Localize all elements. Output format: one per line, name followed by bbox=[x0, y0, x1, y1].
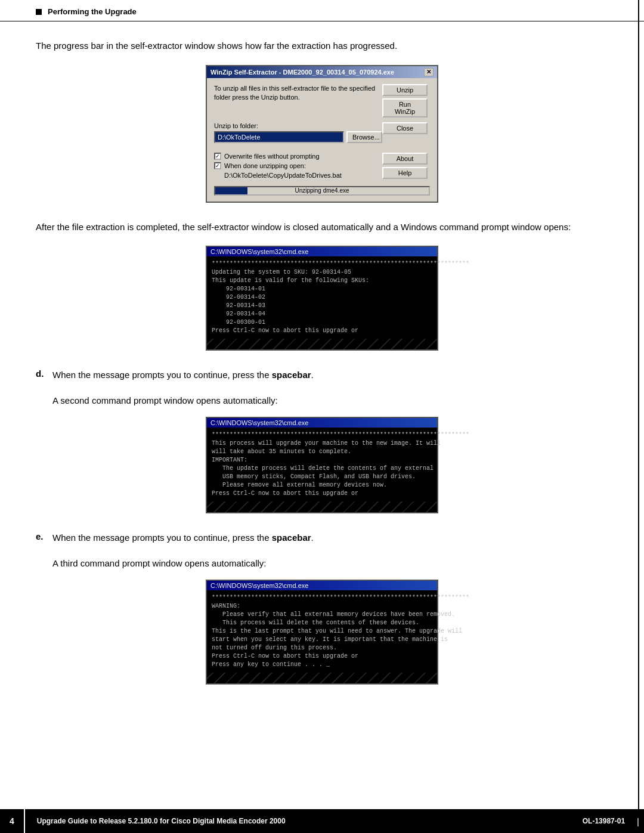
page-header: Performing the Upgrade bbox=[0, 0, 644, 21]
about-button[interactable]: About bbox=[382, 153, 428, 165]
step-d-bold: spacebar bbox=[272, 370, 311, 380]
winzip-input-row: D:\OkToDelete Browse... bbox=[214, 131, 382, 143]
cmd2-line-10: Press Ctrl-C now to abort this upgrade o… bbox=[212, 490, 432, 498]
cmd2-torn-bottom bbox=[207, 501, 437, 512]
winzip-folder-right: Close bbox=[382, 122, 430, 148]
winzip-folder-left: Unzip to folder: D:\OkToDelete Browse... bbox=[214, 122, 382, 148]
winzip-about-help: About Help bbox=[382, 153, 430, 181]
cmd1-line-5: 92-00314-03 bbox=[212, 302, 432, 310]
right-border-line bbox=[638, 0, 639, 809]
cmd-window-1: C:\WINDOWS\system32\cmd.exe ************… bbox=[206, 246, 438, 351]
unzip-to-label: Unzip to folder: bbox=[214, 122, 382, 129]
cmd2-line-0: ****************************************… bbox=[212, 431, 432, 439]
winzip-dialog-screenshot: WinZip Self-Extractor - DME2000_92_00314… bbox=[206, 65, 438, 203]
cmd2-line-5: The update process will delete the conte… bbox=[212, 465, 432, 473]
cmd3-body: ****************************************… bbox=[207, 590, 437, 673]
step-d-text: When the message prompts you to continue… bbox=[52, 368, 608, 382]
cmd1-line-6: 92-00314-04 bbox=[212, 310, 432, 318]
winzip-titlebar: WinZip Self-Extractor - DME2000_92_00314… bbox=[207, 66, 437, 78]
cmd1-line-7: 92-00300-01 bbox=[212, 318, 432, 327]
page-footer: 4 Upgrade Guide to Release 5.2.180.0 for… bbox=[0, 809, 644, 833]
header-title: Performing the Upgrade bbox=[48, 7, 137, 16]
open-after-checkbox-row: ✓ When done unzipping open: bbox=[214, 162, 382, 169]
cmd3-line-2: Please verify that all external memory d… bbox=[212, 611, 432, 619]
winzip-description: To unzip all files in this self-extracto… bbox=[214, 84, 382, 103]
cmd3-torn-bottom bbox=[207, 673, 437, 683]
cmd-window-3: C:\WINDOWS\system32\cmd.exe ************… bbox=[206, 580, 438, 685]
cmd2-line-2: will take about 35 minutes to complete. bbox=[212, 448, 432, 456]
winzip-checkboxes: ✓ Overwrite files without prompting ✓ Wh… bbox=[214, 153, 382, 181]
overwrite-checkbox[interactable]: ✓ bbox=[214, 153, 221, 160]
winzip-top-row: To unzip all files in this self-extracto… bbox=[214, 84, 430, 117]
step-e-text-before: When the message prompts you to continue… bbox=[52, 532, 270, 543]
winzip-progress-text: Unzipping dme4.exe bbox=[215, 187, 429, 194]
cmd3-line-5: This is the last prompt that you will ne… bbox=[212, 627, 432, 636]
step-e-row: e. When the message prompts you to conti… bbox=[36, 531, 608, 545]
winzip-folder-input[interactable]: D:\OkToDelete bbox=[214, 131, 344, 143]
overwrite-label: Overwrite files without prompting bbox=[224, 153, 320, 160]
cmd1-torn-bottom bbox=[207, 339, 437, 349]
cmd3-line-1: WARNING: bbox=[212, 602, 432, 611]
cmd2-line-1: This process will upgrade your machine t… bbox=[212, 439, 432, 448]
winzip-left-panel: To unzip all files in this self-extracto… bbox=[214, 84, 382, 117]
winzip-body: To unzip all files in this self-extracto… bbox=[207, 78, 437, 202]
step-e-bold: spacebar bbox=[272, 532, 311, 543]
step-e-subtext: A third command prompt window opens auto… bbox=[52, 557, 608, 571]
cmd1-line-9: Press Ctrl-C now to abort this upgrade o… bbox=[212, 327, 432, 335]
step-d-label: d. bbox=[36, 368, 48, 379]
overwrite-checkbox-row: ✓ Overwrite files without prompting bbox=[214, 153, 382, 160]
cmd2-line-6: USB memory sticks, Compact Flash, and US… bbox=[212, 473, 432, 481]
cmd1-line-3: 92-00314-01 bbox=[212, 285, 432, 293]
footer-page-number: 4 bbox=[0, 809, 25, 833]
header-bullet bbox=[36, 9, 42, 15]
cmd3-line-3: This process will delete the contents of… bbox=[212, 619, 432, 627]
intro-paragraph: The progress bar in the self-extractor w… bbox=[36, 39, 608, 53]
winzip-title-text: WinZip Self-Extractor - DME2000_92_00314… bbox=[210, 69, 394, 76]
cmd3-line-0: ****************************************… bbox=[212, 594, 432, 602]
cmd2-titlebar: C:\WINDOWS\system32\cmd.exe bbox=[207, 418, 437, 428]
cmd-window-2: C:\WINDOWS\system32\cmd.exe ************… bbox=[206, 417, 438, 513]
winzip-right-panel: Unzip Run WinZip bbox=[382, 84, 430, 117]
footer-separator: | bbox=[637, 816, 639, 826]
after-extraction-text: After the file extraction is completed, … bbox=[36, 221, 608, 234]
open-after-checkbox[interactable]: ✓ bbox=[214, 162, 221, 169]
unzip-button[interactable]: Unzip bbox=[382, 84, 428, 96]
cmd1-line-1: Updating the system to SKU: 92-00314-05 bbox=[212, 268, 432, 277]
cmd1-line-0: ****************************************… bbox=[212, 260, 432, 268]
cmd1-line-4: 92-00314-02 bbox=[212, 293, 432, 302]
step-e-period: . bbox=[311, 532, 314, 543]
cmd2-line-8: Please remove all external memory device… bbox=[212, 481, 432, 490]
winzip-checkbox-row1: ✓ Overwrite files without prompting ✓ Wh… bbox=[214, 153, 430, 181]
cmd1-titlebar: C:\WINDOWS\system32\cmd.exe bbox=[207, 247, 437, 256]
footer-title: Upgrade Guide to Release 5.2.180.0 for C… bbox=[37, 817, 583, 825]
cmd1-body: ****************************************… bbox=[207, 256, 437, 339]
help-button[interactable]: Help bbox=[382, 167, 428, 179]
run-winzip-button[interactable]: Run WinZip bbox=[382, 98, 428, 117]
step-e-text: When the message prompts you to continue… bbox=[52, 531, 608, 545]
winzip-close-icon: ✕ bbox=[424, 68, 434, 76]
step-d-subtext: A second command prompt window opens aut… bbox=[52, 394, 608, 408]
step-d-row: d. When the message prompts you to conti… bbox=[36, 368, 608, 382]
cmd3-line-10: Press any key to continue . . . _ bbox=[212, 661, 432, 669]
cmd1-line-2: This update is valid for the following S… bbox=[212, 277, 432, 285]
step-d-period: . bbox=[311, 370, 314, 380]
close-button[interactable]: Close bbox=[382, 122, 428, 134]
cmd2-body: ****************************************… bbox=[207, 428, 437, 501]
step-d-text-before: When the message prompts you to continue… bbox=[52, 370, 270, 380]
open-after-label: When done unzipping open: bbox=[224, 162, 306, 169]
winzip-folder-row: Unzip to folder: D:\OkToDelete Browse...… bbox=[214, 122, 430, 148]
footer-doc-number: OL-13987-01 bbox=[583, 817, 625, 825]
cmd3-line-9: Press Ctrl-C now to abort this upgrade o… bbox=[212, 652, 432, 661]
cmd3-line-6: start when you select any key. It is imp… bbox=[212, 636, 432, 644]
cmd3-titlebar: C:\WINDOWS\system32\cmd.exe bbox=[207, 581, 437, 590]
step-e-label: e. bbox=[36, 531, 48, 541]
open-path-text: D:\OkToDelete\CopyUpdateToDrives.bat bbox=[224, 172, 382, 179]
browse-button[interactable]: Browse... bbox=[346, 131, 382, 143]
winzip-progress-bar: Unzipping dme4.exe bbox=[214, 186, 430, 196]
main-content: The progress bar in the self-extractor w… bbox=[0, 21, 644, 738]
cmd2-line-4: IMPORTANT: bbox=[212, 456, 432, 465]
cmd3-line-7: not turned off during this process. bbox=[212, 644, 432, 652]
